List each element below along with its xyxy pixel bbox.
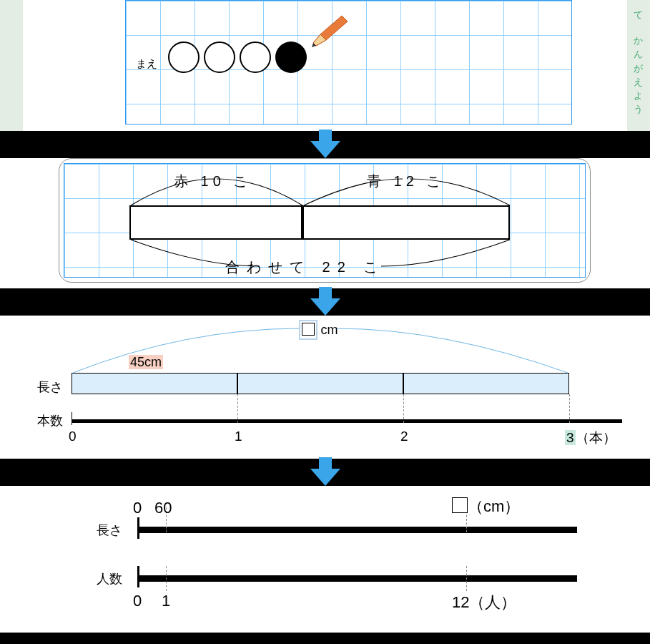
number-line [72,419,622,423]
total-label: 合わせて 22 こ [225,258,385,277]
numberline-bottom [137,575,577,582]
count-axis-label: 本数 [37,412,63,429]
rounded-frame: 赤 10 こ 青 12 こ 合わせて 22 こ [59,158,591,283]
tick [72,412,72,425]
dashed-tick [569,394,570,423]
svg-marker-4 [310,287,340,316]
top-unknown: （cm） [452,496,520,517]
bottom-one: 1 [162,592,170,610]
pencil-icon [307,13,350,49]
arrow-down-icon [309,128,342,161]
arrow-down-icon [309,456,342,489]
numberline-top [137,527,577,533]
top-zero: 0 [133,499,142,517]
tick [137,566,139,587]
arrow-down-icon [309,286,342,318]
separator [0,131,650,158]
circle-row [168,42,307,73]
tick-3: 3（本） [565,429,616,447]
tick-2: 2 [400,429,408,444]
svg-marker-5 [310,457,340,486]
unknown-cm: cm [299,320,338,340]
blue-label: 青 12 こ [367,172,445,191]
circle-filled [275,42,307,73]
panel-2-tape: 赤 10 こ 青 12 こ 合わせて 22 こ [0,158,650,288]
separator [0,459,650,486]
circle-empty [204,42,235,73]
separator [0,288,650,316]
panel-3-numberline-books: 長さ 本数 45cm cm 0 1 2 3（本） [0,316,650,459]
dash-1 [166,566,167,591]
bottom-zero: 0 [133,592,142,610]
length-axis-label: 長さ [37,379,63,396]
margin-left [0,0,23,131]
circle-empty [168,42,200,73]
panel-1-counting: て かんがえよう まえ [0,0,650,131]
dash-12 [466,566,467,591]
dashed-tick [237,394,238,423]
top-sixty: 60 [154,499,172,517]
tick-0: 0 [69,429,77,444]
dashed-tick [403,394,404,423]
circle-empty [240,42,271,73]
bottom-twelve: 12（人） [452,592,516,613]
mae-label: まえ [136,57,157,71]
length-axis-label: 長さ [97,522,122,539]
vertical-hint: て かんがえよう [631,4,644,112]
tick-1: 1 [235,429,242,444]
people-axis-label: 人数 [97,570,122,587]
svg-marker-3 [310,130,340,158]
red-label: 赤 10 こ [174,172,252,191]
tick [137,517,139,539]
separator-end [0,633,650,644]
panel-4-double-numberline: 長さ 人数 0 60 （cm） 0 1 12（人） [0,486,650,633]
